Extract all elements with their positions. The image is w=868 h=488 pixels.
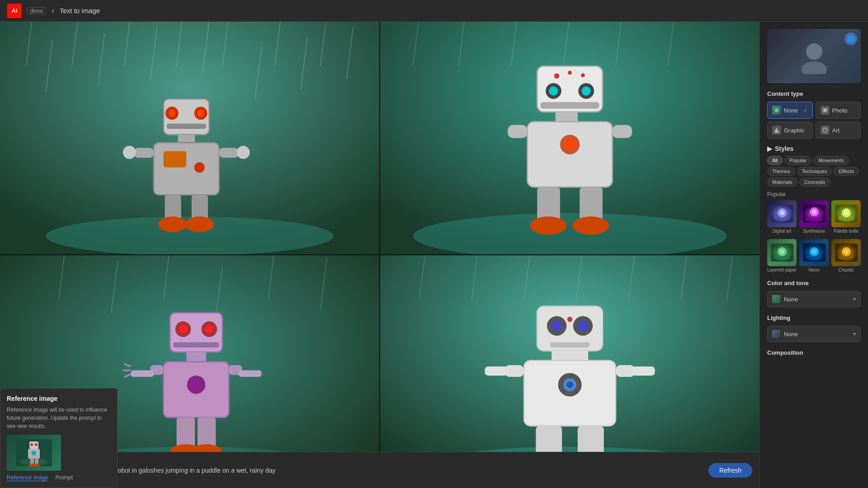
svg-point-110 [578,321,588,331]
svg-marker-142 [774,127,779,133]
style-layered-paper[interactable]: Layered paper [767,239,797,272]
art-icon [821,126,830,135]
svg-rect-27 [219,148,239,158]
back-button[interactable]: ‹ [52,6,54,15]
svg-point-77 [187,375,206,394]
digital-art-thumb [767,200,797,227]
content-type-grid: None ✓ Photo Graphic Art [767,102,861,139]
filter-techniques[interactable]: Techniques [797,167,832,176]
styles-header[interactable]: ▶ Styles [767,145,861,152]
filter-materials[interactable]: Materials [767,178,797,187]
svg-rect-24 [164,151,187,167]
svg-point-167 [844,249,849,254]
content-type-photo[interactable]: Photo [816,102,861,119]
color-tone-arrow: ▾ [853,296,856,302]
popular-section-label: Popular [767,191,861,197]
style-neon[interactable]: Neon [799,239,829,272]
styles-label: Styles [775,145,793,152]
ref-tabs: Reference image Prompt [7,474,111,481]
filter-movements[interactable]: Movements [813,156,849,165]
lighting-arrow: ▾ [853,331,856,337]
right-panel: 🌐 Content type None ✓ Photo [760,22,868,488]
chaotic-label: Chaotic [831,267,861,272]
svg-point-149 [805,216,823,222]
refresh-button[interactable]: Refresh [708,463,752,478]
svg-rect-74 [173,342,219,347]
svg-rect-26 [134,148,154,158]
ref-tab-prompt[interactable]: Prompt [55,474,73,481]
svg-rect-121 [632,366,655,375]
svg-point-151 [812,210,816,214]
main-layout: Reference image Reference image will be … [0,22,868,488]
svg-rect-52 [527,122,612,187]
styles-collapse-icon: ▶ [767,145,772,152]
svg-rect-50 [540,102,599,108]
svg-rect-81 [239,371,262,377]
beta-badge: (Beta) [27,7,46,14]
chaotic-thumb [831,239,861,266]
color-tone-dropdown[interactable]: None ▾ [767,291,861,307]
style-synthwave[interactable]: Synthwave [799,200,829,234]
svg-point-89 [30,443,33,446]
palette-knife-thumb [831,200,861,227]
image-area: Reference image Reference image will be … [0,22,760,488]
image-cell-1[interactable] [0,22,379,254]
page-title: Text to image [60,7,100,14]
reference-tooltip: Reference image Reference image will be … [0,388,118,488]
svg-point-72 [179,325,187,333]
svg-point-139 [774,108,779,113]
svg-point-92 [32,451,36,455]
svg-point-147 [780,211,784,215]
color-tone-value: None [784,296,849,303]
svg-point-73 [205,325,213,333]
svg-point-109 [552,321,562,331]
ref-tab-image[interactable]: Reference image [7,474,48,481]
prompt-input[interactable] [38,467,703,474]
ref-description: Reference image will be used to influenc… [7,406,111,430]
content-type-none[interactable]: None ✓ [767,102,813,119]
topbar: Ai (Beta) ‹ Text to image [0,0,868,22]
layered-paper-thumb [767,239,797,266]
style-grid-row1: Digital art Synthwave [767,200,861,234]
svg-rect-56 [613,125,632,138]
svg-point-159 [780,249,784,254]
svg-point-90 [35,443,38,446]
color-tone-label: Color and tone [767,280,861,286]
style-chaotic[interactable]: Chaotic [831,239,861,272]
content-type-graphic[interactable]: Graphic [767,122,813,139]
svg-rect-113 [552,351,588,361]
filter-popular[interactable]: Popular [784,156,811,165]
ref-title: Reference image [7,395,111,402]
style-digital-art[interactable]: Digital art [767,200,797,234]
svg-rect-80 [131,371,154,377]
adobe-logo: Ai [7,4,22,18]
avatar-icon: 🌐 [844,33,857,45]
svg-rect-55 [508,125,527,138]
filter-concepts[interactable]: Concepts [799,178,830,187]
filter-themes[interactable]: Themes [767,167,795,176]
svg-point-19 [169,110,175,116]
svg-rect-23 [154,143,219,195]
svg-rect-51 [556,112,578,122]
svg-point-48 [549,86,558,95]
graphic-icon [772,126,781,135]
svg-rect-21 [167,124,206,129]
style-palette-knife[interactable]: Palette knife [831,200,861,234]
image-cell-2[interactable] [380,22,760,254]
svg-rect-120 [485,366,508,375]
svg-point-137 [806,43,822,60]
lighting-swatch [772,330,780,338]
lighting-dropdown[interactable]: None ▾ [767,326,861,342]
svg-point-45 [581,73,585,77]
palette-knife-label: Palette knife [831,229,861,234]
lighting-label: Lighting [767,314,861,321]
filter-effects[interactable]: Effects [834,167,859,176]
layered-paper-label: Layered paper [767,267,797,272]
ref-thumbnail [7,435,61,471]
neon-label: Neon [799,267,829,272]
style-grid-row2: Layered paper Neon [767,239,861,272]
content-type-art[interactable]: Art [816,122,861,139]
svg-point-20 [198,110,204,116]
svg-point-141 [824,109,826,112]
filter-all[interactable]: All [767,156,783,165]
